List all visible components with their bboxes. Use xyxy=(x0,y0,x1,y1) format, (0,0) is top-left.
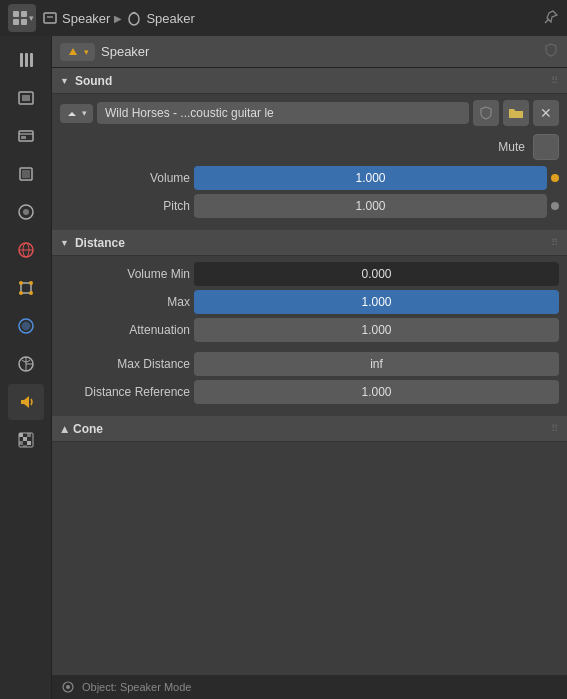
distance-ref-field[interactable]: 1.000 xyxy=(194,380,559,404)
cone-section-header[interactable]: ▶ Cone ⠿ xyxy=(52,416,567,442)
attenuation-field[interactable]: 1.000 xyxy=(194,318,559,342)
svg-point-27 xyxy=(29,291,33,295)
sound-section: ▼ Sound ⠿ ▾ Wild Horses - ...coustic gui… xyxy=(52,68,567,228)
svg-rect-23 xyxy=(21,283,31,293)
breadcrumb: Speaker ▶ Speaker xyxy=(42,10,195,26)
sound-file-name[interactable]: Wild Horses - ...coustic guitar le xyxy=(97,102,469,124)
bottom-spacer xyxy=(52,444,567,472)
sidebar-item-speaker[interactable] xyxy=(8,384,44,420)
top-bar: ▾ Speaker ▶ Speaker xyxy=(0,0,567,36)
pitch-row: Pitch 1.000 xyxy=(60,194,559,218)
mute-label: Mute xyxy=(498,140,525,154)
sound-file-close[interactable]: ✕ xyxy=(533,100,559,126)
svg-rect-2 xyxy=(13,19,19,25)
mute-toggle[interactable] xyxy=(533,134,559,160)
svg-rect-10 xyxy=(30,53,33,67)
max-distance-row: Max Distance inf xyxy=(60,352,559,376)
volume-min-row: Volume Min 0.000 xyxy=(60,262,559,286)
svg-point-6 xyxy=(129,13,139,25)
editor-icon[interactable]: ▾ xyxy=(8,4,36,32)
pitch-keyframe-dot[interactable] xyxy=(551,202,559,210)
bottom-bar: Object: Speaker Mode xyxy=(52,675,567,699)
volume-row: Volume 1.000 xyxy=(60,166,559,190)
main-panel: ▾ Speaker ▼ Sound ⠿ xyxy=(52,36,567,699)
volume-field[interactable]: 1.000 xyxy=(194,166,547,190)
svg-rect-12 xyxy=(22,95,30,101)
bottom-bar-icon xyxy=(60,679,76,695)
distance-section: ▼ Distance ⠿ Volume Min 0.000 Max 1.000 xyxy=(52,230,567,414)
svg-rect-36 xyxy=(19,441,23,445)
svg-rect-35 xyxy=(23,437,27,441)
max-distance-field[interactable]: inf xyxy=(194,352,559,376)
svg-rect-1 xyxy=(21,11,27,17)
sidebar-item-render[interactable] xyxy=(8,422,44,458)
distance-section-content: Volume Min 0.000 Max 1.000 Attenuation xyxy=(52,256,567,414)
svg-rect-17 xyxy=(22,170,30,178)
bottom-bar-text: Object: Speaker Mode xyxy=(82,681,191,693)
sound-file-row: ▾ Wild Horses - ...coustic guitar le ✕ xyxy=(60,100,559,126)
cone-triangle: ▶ xyxy=(59,425,69,432)
volume-label: Volume xyxy=(60,171,190,185)
sidebar-item-modifier[interactable] xyxy=(8,308,44,344)
main-layout: ▾ Speaker ▼ Sound ⠿ xyxy=(0,36,567,699)
sidebar-item-scene-props[interactable] xyxy=(8,194,44,230)
properties-header-icon[interactable]: ▾ xyxy=(60,43,95,61)
sidebar-item-output[interactable] xyxy=(8,118,44,154)
breadcrumb-chevron: ▶ xyxy=(114,13,122,24)
svg-point-40 xyxy=(66,685,70,689)
sidebar-item-view-layer[interactable] xyxy=(8,156,44,192)
distance-section-header[interactable]: ▼ Distance ⠿ xyxy=(52,230,567,256)
pitch-label: Pitch xyxy=(60,199,190,213)
distance-drag-handle: ⠿ xyxy=(551,237,559,248)
svg-rect-3 xyxy=(21,19,27,25)
sound-file-shield[interactable] xyxy=(473,100,499,126)
attenuation-label: Attenuation xyxy=(60,323,190,337)
sidebar-item-scene[interactable] xyxy=(8,80,44,116)
sidebar-item-object[interactable] xyxy=(8,270,44,306)
pitch-field[interactable]: 1.000 xyxy=(194,194,547,218)
svg-rect-9 xyxy=(25,53,28,67)
sidebar-item-tools[interactable] xyxy=(8,42,44,78)
sound-file-folder[interactable] xyxy=(503,100,529,126)
volume-min-label: Volume Min xyxy=(60,267,190,281)
max-row: Max 1.000 xyxy=(60,290,559,314)
attenuation-row: Attenuation 1.000 xyxy=(60,318,559,342)
max-distance-label: Max Distance xyxy=(60,357,190,371)
distance-triangle: ▼ xyxy=(60,238,69,248)
svg-rect-34 xyxy=(27,433,31,437)
svg-rect-37 xyxy=(27,441,31,445)
svg-rect-4 xyxy=(44,13,56,23)
sound-drag-handle: ⠿ xyxy=(551,75,559,86)
svg-rect-13 xyxy=(19,131,33,141)
svg-rect-15 xyxy=(21,136,26,139)
distance-ref-row: Distance Reference 1.000 xyxy=(60,380,559,404)
distance-section-title: Distance xyxy=(75,236,125,250)
svg-line-7 xyxy=(545,19,549,23)
breadcrumb-label1: Speaker xyxy=(62,11,110,26)
cone-section-title: Cone xyxy=(73,422,103,436)
svg-rect-33 xyxy=(19,433,23,437)
sidebar-item-particles[interactable] xyxy=(8,346,44,382)
properties-header-shield xyxy=(543,42,559,61)
properties-header-title: Speaker xyxy=(101,44,537,59)
sound-section-title: Sound xyxy=(75,74,112,88)
breadcrumb-label2: Speaker xyxy=(146,11,194,26)
volume-min-field[interactable]: 0.000 xyxy=(194,262,559,286)
svg-point-26 xyxy=(19,291,23,295)
svg-point-19 xyxy=(23,209,29,215)
properties-header: ▾ Speaker xyxy=(52,36,567,68)
sidebar-item-world[interactable] xyxy=(8,232,44,268)
distance-ref-label: Distance Reference xyxy=(60,385,190,399)
svg-rect-38 xyxy=(23,445,27,447)
sound-section-header[interactable]: ▼ Sound ⠿ xyxy=(52,68,567,94)
sidebar xyxy=(0,36,52,699)
volume-keyframe-dot[interactable] xyxy=(551,174,559,182)
cone-section: ▶ Cone ⠿ xyxy=(52,416,567,442)
max-label: Max xyxy=(60,295,190,309)
sound-section-content: ▾ Wild Horses - ...coustic guitar le ✕ xyxy=(52,94,567,228)
svg-rect-8 xyxy=(20,53,23,67)
pin-icon[interactable] xyxy=(543,9,559,28)
svg-point-25 xyxy=(29,281,33,285)
max-field[interactable]: 1.000 xyxy=(194,290,559,314)
sound-file-icon[interactable]: ▾ xyxy=(60,104,93,123)
